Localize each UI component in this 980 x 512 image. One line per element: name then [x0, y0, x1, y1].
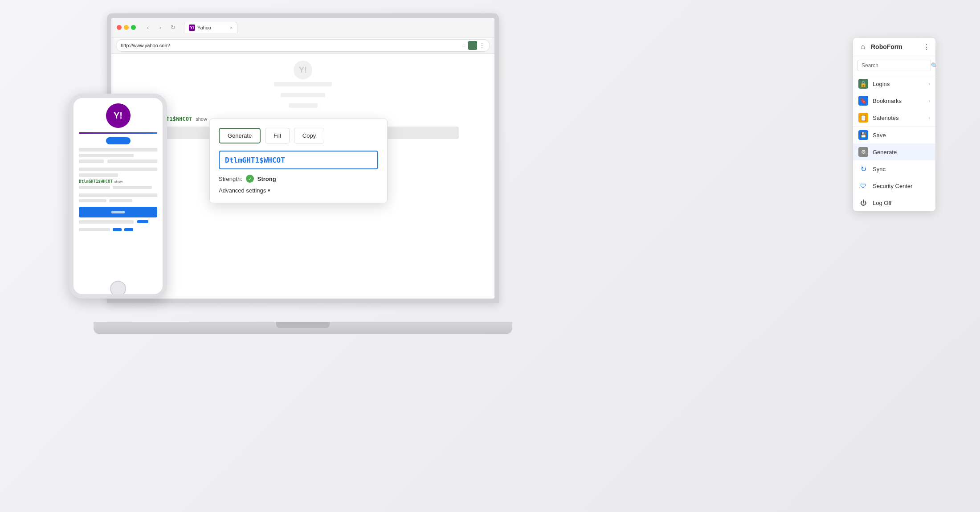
generate-icon: ⚙ — [858, 147, 868, 157]
bookmarks-arrow-icon: › — [928, 98, 930, 103]
bookmark-star-icon[interactable]: ☆ — [461, 42, 466, 49]
fill-button[interactable]: Fill — [265, 128, 290, 143]
phone-divider — [79, 132, 157, 134]
browser-content: Y! DtlmGHT1$WHCOT show — [111, 54, 494, 299]
generate-button[interactable]: Generate — [219, 128, 261, 143]
copy-button[interactable]: Copy — [294, 128, 324, 143]
sync-label: Sync — [873, 166, 930, 172]
phone-btn-skeleton — [106, 137, 131, 144]
logins-label: Logins — [873, 81, 924, 87]
search-icon: 🔍 — [931, 62, 935, 69]
sidebar-item-sync[interactable]: ↻ Sync — [853, 160, 935, 177]
home-icon[interactable]: ⌂ — [858, 42, 867, 51]
phone-link-blue — [137, 220, 148, 223]
sidebar-item-generate[interactable]: ⚙ Generate — [853, 143, 935, 160]
phone-skeleton-line — [79, 148, 157, 152]
phone-password-text: DtlmGHT1$WHCOT — [79, 179, 113, 184]
browser-chrome: ‹ › ↻ Y! Yahoo × — [111, 18, 494, 37]
phone-skeleton-line — [113, 186, 152, 189]
save-label: Save — [873, 132, 930, 139]
scene: ‹ › ↻ Y! Yahoo × http://www.yahoo.com/ ☆ — [0, 0, 980, 512]
laptop-base — [94, 322, 512, 334]
sidebar-item-security-center[interactable]: 🛡 Security Center — [853, 177, 935, 194]
phone-skeleton-line — [107, 160, 157, 163]
sidebar-item-save[interactable]: 💾 Save — [853, 127, 935, 143]
address-bar-row: http://www.yahoo.com/ ☆ ⋮ — [111, 37, 494, 54]
advanced-arrow-icon: ▾ — [268, 188, 270, 193]
skeleton-line — [274, 82, 332, 86]
dot-yellow[interactable] — [124, 25, 129, 30]
phone-show-link[interactable]: show — [114, 180, 123, 184]
phone-yahoo-icon: Y! — [106, 103, 131, 128]
back-button[interactable]: ‹ — [143, 23, 153, 33]
browser-nav: ‹ › ↻ — [143, 23, 178, 33]
browser-menu-icon[interactable]: ⋮ — [479, 42, 485, 49]
phone-skeleton-line — [79, 154, 134, 157]
strength-icon: ✓ — [246, 175, 254, 183]
sidebar-item-logoff[interactable]: ⏻ Log Off — [853, 194, 935, 211]
roboform-search[interactable]: 🔍 — [858, 60, 931, 71]
phone-skeleton-line — [79, 168, 157, 171]
phone-submit-button[interactable] — [79, 207, 157, 217]
phone-home-button[interactable] — [110, 281, 126, 297]
roboform-header: ⌂ RoboForm ⋮ — [853, 38, 935, 56]
gen-popup-actions: Generate Fill Copy — [219, 128, 378, 143]
bookmarks-label: Bookmarks — [873, 98, 924, 104]
safenotes-arrow-icon: › — [928, 115, 930, 120]
phone-link-blue — [124, 228, 133, 231]
phone-skeleton-line — [79, 186, 110, 189]
roboform-title: RoboForm — [871, 43, 919, 50]
roboform-panel: ⌂ RoboForm ⋮ 🔍 🔒 Logins › 🔖 Bookmarks › … — [853, 38, 935, 211]
strength-value: Strong — [257, 176, 276, 182]
browser-dots — [117, 25, 136, 30]
forward-button[interactable]: › — [155, 23, 165, 33]
logoff-label: Log Off — [873, 200, 930, 206]
bookmarks-icon: 🔖 — [858, 96, 868, 106]
tab-favicon: Y! — [189, 25, 195, 31]
phone-yahoo-logo: Y! — [79, 103, 157, 128]
dot-red[interactable] — [117, 25, 122, 30]
url-text: http://www.yahoo.com/ — [121, 43, 170, 48]
sidebar-item-bookmarks[interactable]: 🔖 Bookmarks › — [853, 92, 935, 109]
save-icon: 💾 — [858, 130, 868, 140]
phone-body: Y! DtlmGHT1$WHCOT show — [69, 94, 167, 299]
logoff-icon: ⏻ — [858, 198, 868, 208]
phone-skeleton-line — [79, 228, 110, 231]
laptop-screen: ‹ › ↻ Y! Yahoo × http://www.yahoo.com/ ☆ — [111, 18, 494, 299]
laptop: ‹ › ↻ Y! Yahoo × http://www.yahoo.com/ ☆ — [107, 13, 508, 334]
phone-skeleton-line — [79, 199, 106, 202]
security-center-icon: 🛡 — [858, 181, 868, 191]
safenotes-icon: 📋 — [858, 113, 868, 123]
search-input[interactable] — [862, 62, 928, 69]
tab-close-button[interactable]: × — [230, 25, 233, 30]
security-center-label: Security Center — [873, 183, 930, 189]
dot-green[interactable] — [131, 25, 136, 30]
phone-submit-inner — [111, 211, 125, 213]
roboform-ext-icon[interactable] — [468, 41, 477, 50]
sidebar-item-safenotes[interactable]: 📋 Safenotes › — [853, 109, 935, 126]
phone-skeleton-line — [79, 220, 134, 224]
skeleton-line — [281, 93, 325, 97]
skeleton-line — [289, 103, 318, 108]
phone: Y! DtlmGHT1$WHCOT show — [69, 94, 167, 299]
advanced-settings-toggle[interactable]: Advanced settings ▾ — [219, 187, 378, 194]
laptop-notch — [276, 322, 330, 328]
phone-skeleton-line — [79, 160, 104, 163]
show-password-link[interactable]: show — [196, 116, 207, 122]
sync-icon: ↻ — [858, 164, 868, 174]
safenotes-label: Safenotes — [873, 115, 924, 121]
sidebar-item-logins[interactable]: 🔒 Logins › — [853, 75, 935, 92]
address-bar[interactable]: http://www.yahoo.com/ ☆ ⋮ — [116, 39, 490, 52]
browser-tab[interactable]: Y! Yahoo × — [184, 22, 237, 33]
advanced-settings-label: Advanced settings — [219, 187, 266, 194]
refresh-button[interactable]: ↻ — [168, 23, 178, 33]
roboform-menu-icon[interactable]: ⋮ — [923, 43, 930, 51]
phone-skeleton-line — [109, 199, 133, 202]
strength-label: Strength: — [219, 176, 242, 182]
phone-skeleton-line — [79, 193, 157, 197]
generated-password-field[interactable] — [219, 151, 378, 169]
logins-icon: 🔒 — [858, 79, 868, 89]
strength-row: Strength: ✓ Strong — [219, 175, 378, 183]
phone-skeleton-line — [79, 173, 118, 177]
password-generator-popup: Generate Fill Copy Strength: ✓ Strong Ad… — [209, 119, 388, 203]
